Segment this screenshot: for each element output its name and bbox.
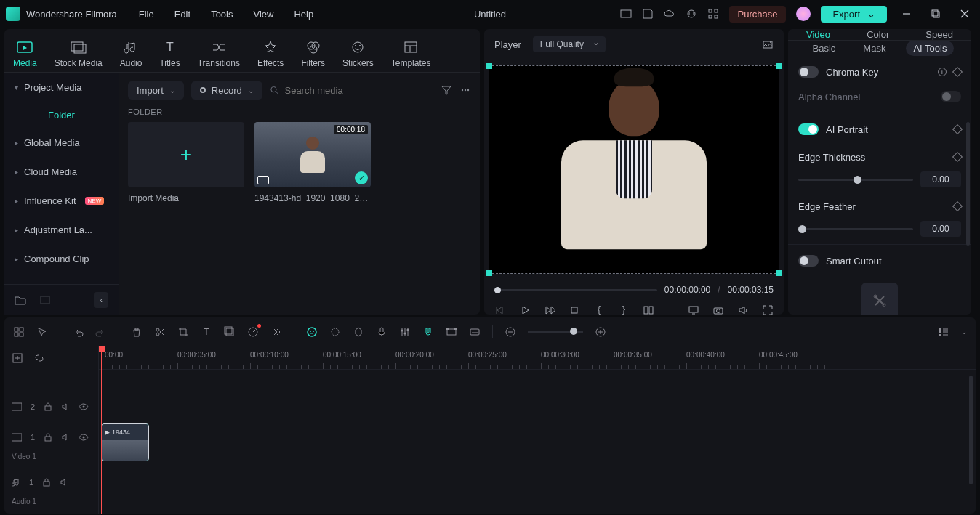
- split-button[interactable]: [154, 326, 166, 338]
- snapshot-icon[interactable]: [762, 38, 774, 50]
- tab-stickers[interactable]: Stickers: [342, 39, 374, 68]
- timeline-clip[interactable]: ▶19434...: [101, 423, 149, 461]
- chroma-key-toggle[interactable]: [798, 66, 819, 78]
- sidebar-item-compound-clip[interactable]: ▸Compound Clip: [4, 244, 119, 273]
- cloud-icon[interactable]: [664, 8, 675, 20]
- maximize-button[interactable]: [931, 9, 941, 19]
- crop-button[interactable]: [177, 326, 189, 338]
- tab-stock-media[interactable]: Stock Media: [55, 39, 103, 68]
- sidebar-item-adjustment-layer[interactable]: ▸Adjustment La...: [4, 215, 119, 244]
- smart-cutout-toggle[interactable]: [798, 255, 819, 267]
- mute-icon[interactable]: [60, 478, 68, 487]
- edge-feather-slider[interactable]: [798, 228, 913, 230]
- mute-icon[interactable]: [61, 402, 70, 411]
- text-button[interactable]: T: [201, 326, 212, 338]
- track-add-button[interactable]: [12, 352, 23, 364]
- progress-bar[interactable]: [494, 289, 657, 291]
- filter-icon[interactable]: [441, 84, 452, 96]
- more-tools-button[interactable]: [270, 326, 282, 338]
- zoom-out-button[interactable]: [505, 326, 516, 338]
- chevron-down-icon[interactable]: ⌄: [961, 328, 967, 336]
- undo-button[interactable]: [72, 326, 84, 338]
- keyframe-diamond[interactable]: [952, 67, 963, 77]
- smart-cutout-button[interactable]: [861, 283, 898, 315]
- volume-button[interactable]: [737, 304, 749, 316]
- adjust-button[interactable]: [224, 326, 236, 338]
- edge-feather-value[interactable]: 0.00: [920, 221, 961, 237]
- keyframe-diamond[interactable]: [952, 124, 963, 134]
- edge-thickness-value[interactable]: 0.00: [920, 171, 961, 187]
- playhead[interactable]: [101, 346, 102, 514]
- close-button[interactable]: [960, 9, 970, 19]
- ai-button[interactable]: [306, 326, 318, 338]
- inspector-tab-video[interactable]: Video: [806, 29, 830, 40]
- record-button[interactable]: Record⌄: [191, 81, 262, 100]
- save-icon[interactable]: [642, 8, 654, 20]
- tab-titles[interactable]: TTitles: [159, 39, 180, 68]
- track-header-b2[interactable]: 2: [4, 392, 98, 422]
- lock-icon[interactable]: [42, 478, 51, 487]
- marker-button[interactable]: [353, 326, 364, 338]
- purchase-button[interactable]: Purchase: [729, 6, 787, 23]
- delete-button[interactable]: [131, 326, 142, 338]
- zoom-in-button[interactable]: [595, 326, 606, 338]
- visibility-icon[interactable]: [79, 434, 89, 441]
- tab-audio[interactable]: Audio: [120, 39, 142, 68]
- track-row-b1[interactable]: ▶19434...: [99, 422, 976, 463]
- prev-frame-button[interactable]: [494, 304, 506, 316]
- info-icon[interactable]: i: [938, 68, 947, 76]
- magnet-button[interactable]: [422, 326, 434, 338]
- edge-thickness-slider[interactable]: [798, 179, 913, 181]
- scrollbar[interactable]: [966, 122, 970, 246]
- track-row-b2[interactable]: [99, 392, 976, 422]
- new-folder-icon[interactable]: [15, 294, 26, 306]
- link-button[interactable]: [33, 352, 45, 364]
- sidebar-item-global-media[interactable]: ▸Global Media: [4, 128, 119, 157]
- select-tool[interactable]: [36, 326, 48, 338]
- scrollbar[interactable]: [969, 376, 973, 484]
- import-button[interactable]: Import⌄: [128, 81, 184, 100]
- subtab-ai-tools[interactable]: AI Tools: [906, 41, 954, 56]
- minimize-button[interactable]: [901, 9, 912, 19]
- color-button[interactable]: [329, 326, 341, 338]
- menu-help[interactable]: Help: [294, 9, 313, 20]
- tab-templates[interactable]: Templates: [391, 39, 431, 68]
- audio-mixer-button[interactable]: [399, 326, 411, 338]
- sidebar-sub-folder[interactable]: Folder: [4, 102, 119, 128]
- import-media-tile[interactable]: + Import Media: [128, 122, 244, 203]
- render-button[interactable]: [446, 326, 457, 338]
- subtab-mask[interactable]: Mask: [856, 41, 893, 56]
- track-view-button[interactable]: [938, 326, 949, 338]
- media-clip-tile[interactable]: 00:00:18 ✓ 1943413-hd_1920_1080_24fps: [254, 122, 371, 203]
- keyframe-diamond[interactable]: [952, 152, 963, 162]
- mark-out-button[interactable]: }: [618, 304, 630, 316]
- redo-button[interactable]: [95, 326, 107, 338]
- inspector-tab-color[interactable]: Color: [867, 29, 889, 40]
- more-icon[interactable]: [459, 84, 471, 96]
- tab-filters[interactable]: Filters: [301, 39, 325, 68]
- play-button[interactable]: [519, 304, 531, 316]
- stop-button[interactable]: [569, 304, 580, 316]
- speed-button[interactable]: [247, 326, 259, 338]
- menu-file[interactable]: File: [139, 9, 154, 20]
- layout-icon[interactable]: [13, 326, 25, 338]
- transform-handle[interactable]: [486, 270, 492, 276]
- lock-icon[interactable]: [44, 433, 52, 442]
- transform-handle[interactable]: [776, 63, 782, 69]
- mute-icon[interactable]: [61, 433, 70, 442]
- menu-edit[interactable]: Edit: [174, 9, 190, 20]
- timeline-ruler[interactable]: 00:0000:00:05:0000:00:10:0000:00:15:0000…: [99, 346, 976, 370]
- visibility-icon[interactable]: [79, 403, 89, 410]
- lock-icon[interactable]: [44, 402, 52, 411]
- tab-transitions[interactable]: Transitions: [198, 39, 240, 68]
- track-row-a1[interactable]: [99, 463, 976, 493]
- sidebar-item-influence-kit[interactable]: ▸Influence KitNEW: [4, 186, 119, 215]
- sidebar-item-cloud-media[interactable]: ▸Cloud Media: [4, 157, 119, 186]
- menu-tools[interactable]: Tools: [211, 9, 233, 20]
- track-header-b1[interactable]: 1: [4, 422, 98, 453]
- tab-media[interactable]: Media: [13, 39, 37, 68]
- fullscreen-button[interactable]: [762, 304, 774, 316]
- new-bin-icon[interactable]: [39, 294, 51, 306]
- transform-handle[interactable]: [486, 63, 492, 69]
- apps-icon[interactable]: [707, 8, 719, 20]
